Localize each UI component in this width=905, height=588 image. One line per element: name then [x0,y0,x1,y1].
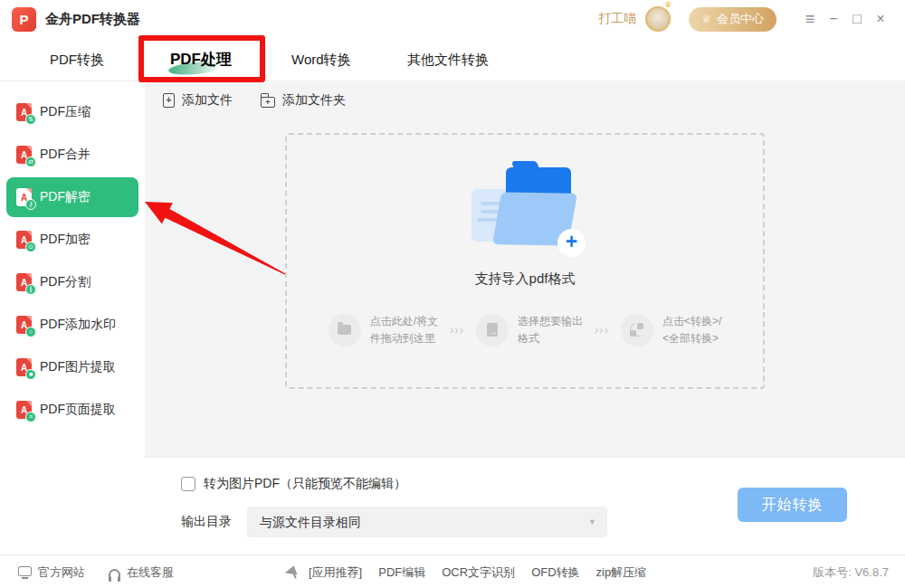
add-file-button[interactable]: 添加文件 [163,92,233,109]
sidebar: A⇅ PDF压缩 A⇄ PDF合并 A⚷ PDF解密 A⊙ PDF加密 A∥ P… [0,82,145,555]
output-dir-row: 输出目录 与源文件目录相同 ▼ [181,507,607,537]
pdf-file-icon: A■ [16,358,32,376]
link-pdf-edit[interactable]: PDF编辑 [378,564,425,581]
tab-pdf-process[interactable]: PDF处理 [170,38,232,81]
convert-step-icon [621,314,653,346]
online-service-link[interactable]: 在线客服 [109,564,174,581]
document-step-icon [476,314,509,346]
chevrons-separator-icon: ››› [595,323,609,337]
options-panel: 转为图片PDF（只能预览不能编辑） 输出目录 与源文件目录相同 ▼ 开始转换 [145,457,905,555]
sidebar-item-label: PDF合并 [40,147,90,163]
start-convert-button[interactable]: 开始转换 [738,488,847,522]
vip-center-button[interactable]: ♕ 会员中心 [689,7,776,32]
sidebar-item-pdf-split[interactable]: A∥ PDF分割 [6,262,138,302]
sidebar-item-label: PDF页面提取 [40,402,116,418]
tab-label: 其他文件转换 [407,52,489,67]
version-label: 版本号: V6.8.7 [813,555,889,588]
step-text: 点击此处/将文 件拖动到这里 [370,313,438,346]
dropzone-hint: 支持导入pdf格式 [475,270,576,288]
vip-label: 会员中心 [717,11,764,27]
pdf-file-icon: A⚷ [16,188,32,206]
avatar[interactable] [645,6,671,32]
pdf-file-icon: A⇄ [16,146,32,164]
crown-icon: ♕ [701,14,711,24]
file-drop-zone[interactable]: + 支持导入pdf格式 点击此处/将文 件拖动到这里 ››› 选择想要输出 格式 [285,133,765,389]
tabbar: PDF转换 PDF处理 Word转换 其他文件转换 [0,38,905,81]
titlebar-right: 打工喵 ♕ 会员中心 ≡ − □ × [598,0,892,38]
pdf-file-icon: A⊙ [16,231,32,249]
monitor-icon [18,566,32,576]
tab-label: Word转换 [291,52,351,67]
add-file-icon [163,93,175,108]
page-badge-icon: ≡ [25,412,36,422]
step-line: 选择想要输出 [518,313,583,330]
link-ocr[interactable]: OCR文字识别 [442,564,515,581]
sidebar-item-pdf-decrypt[interactable]: A⚷ PDF解密 [6,177,138,217]
sidebar-item-pdf-merge[interactable]: A⇄ PDF合并 [6,135,138,175]
plus-icon: + [557,229,586,257]
step-convert: 点击<转换>/ <全部转换> [621,313,721,346]
step-choose-format: 选择想要输出 格式 [476,313,583,346]
folder-step-icon [329,314,361,346]
megaphone-icon [283,565,297,578]
image-pdf-checkbox-row[interactable]: 转为图片PDF（只能预览不能编辑） [181,476,406,492]
footer-left: 官方网站 在线客服 [18,555,174,588]
image-pdf-checkbox-label: 转为图片PDF（只能预览不能编辑） [204,476,406,492]
close-icon[interactable]: × [869,11,892,27]
sidebar-item-label: PDF加密 [40,232,90,248]
lock-badge-icon: ⊙ [25,242,36,252]
step-line: 点击此处/将文 [370,313,438,330]
step-text: 选择想要输出 格式 [518,313,583,346]
pdf-file-icon: A≡ [16,401,32,419]
logo-letter: P [19,12,28,27]
sidebar-item-pdf-encrypt[interactable]: A⊙ PDF加密 [6,220,138,260]
recommend-tag: [应用推荐] [309,564,362,581]
menu-icon[interactable]: ≡ [798,10,822,29]
official-site-label: 官方网站 [38,564,85,581]
merge-badge-icon: ⇄ [25,156,36,167]
footer-recommendations: [应用推荐] PDF编辑 OCR文字识别 OFD转换 zip解压缩 [285,555,646,588]
app-logo-icon: P [12,7,36,32]
split-badge-icon: ∥ [25,284,36,295]
step-add-files: 点击此处/将文 件拖动到这里 [329,313,438,346]
step-line: 件拖动到这里 [370,330,438,347]
link-zip[interactable]: zip解压缩 [596,564,647,581]
username[interactable]: 打工喵 [598,11,636,27]
step-line: <全部转换> [662,330,721,347]
link-ofd[interactable]: OFD转换 [531,564,579,581]
steps-row: 点击此处/将文 件拖动到这里 ››› 选择想要输出 格式 ››› 点 [329,313,722,346]
tab-label: PDF处理 [170,51,232,68]
output-dir-label: 输出目录 [181,514,232,530]
online-service-label: 在线客服 [127,564,174,581]
sidebar-item-label: PDF添加水印 [40,317,116,333]
pdf-file-icon: A○ [16,316,32,334]
compress-badge-icon: ⇅ [25,114,36,125]
key-badge-icon: ⚷ [25,199,36,210]
sidebar-item-pdf-image-extract[interactable]: A■ PDF图片提取 [6,347,138,387]
watermark-badge-icon: ○ [25,327,36,337]
chevrons-separator-icon: ››› [450,323,464,337]
add-file-label: 添加文件 [182,92,233,109]
image-pdf-checkbox[interactable] [181,477,195,491]
sidebar-item-label: PDF分割 [40,274,90,290]
pdf-file-icon: A∥ [16,273,32,291]
official-site-link[interactable]: 官方网站 [18,564,85,581]
folder-illustration-icon: + [472,167,578,251]
add-folder-icon [261,97,275,108]
tab-pdf-convert[interactable]: PDF转换 [50,38,104,81]
sidebar-item-pdf-watermark[interactable]: A○ PDF添加水印 [6,305,138,345]
tab-label: PDF转换 [50,52,104,67]
step-line: 格式 [518,330,583,347]
output-dir-select[interactable]: 与源文件目录相同 ▼ [247,507,607,537]
app-window: P 金舟PDF转换器 打工喵 ♕ 会员中心 ≡ − □ × PDF转换 PDF处… [0,0,905,588]
sidebar-item-pdf-compress[interactable]: A⇅ PDF压缩 [6,92,138,132]
titlebar: P 金舟PDF转换器 打工喵 ♕ 会员中心 ≡ − □ × [0,0,905,38]
maximize-icon[interactable]: □ [845,11,869,27]
minimize-icon[interactable]: − [822,11,845,27]
tab-word-convert[interactable]: Word转换 [291,38,351,81]
output-dir-value: 与源文件目录相同 [260,515,361,529]
sidebar-item-pdf-page-extract[interactable]: A≡ PDF页面提取 [6,390,138,430]
add-folder-button[interactable]: 添加文件夹 [261,92,346,109]
chevron-down-icon: ▼ [588,507,596,537]
tab-other-convert[interactable]: 其他文件转换 [407,38,489,81]
